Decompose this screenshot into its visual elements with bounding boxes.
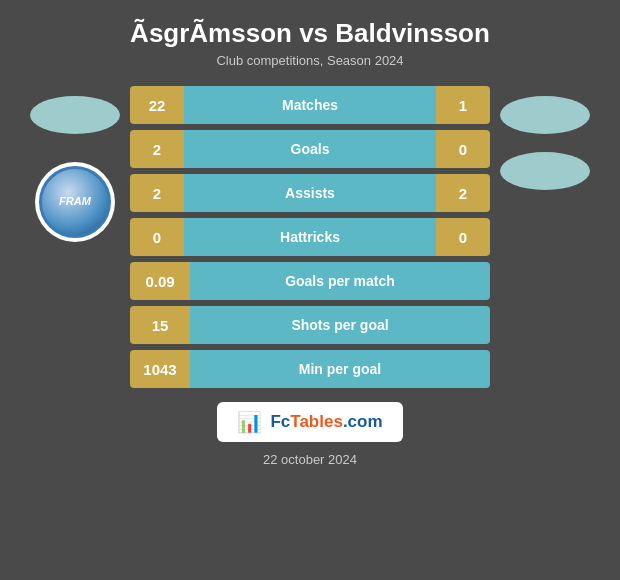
right-oval-top xyxy=(500,96,590,134)
fctables-logo: 📊 FcTables.com xyxy=(217,402,402,442)
right-oval-2 xyxy=(500,152,590,190)
footer-date: 22 october 2024 xyxy=(263,452,357,467)
fctables-text: FcTables.com xyxy=(270,412,382,432)
stat-row-matches: 22 Matches 1 xyxy=(130,86,490,124)
matches-right-val: 1 xyxy=(436,86,490,124)
min-per-goal-label: Min per goal xyxy=(190,350,490,388)
goals-per-match-label: Goals per match xyxy=(190,262,490,300)
fctables-icon: 📊 xyxy=(237,410,262,434)
team-logo: FRAM xyxy=(35,162,115,242)
goals-left-val: 2 xyxy=(130,130,184,168)
hattricks-label: Hattricks xyxy=(184,218,436,256)
assists-label: Assists xyxy=(184,174,436,212)
stat-row-min-per-goal: 1043 Min per goal xyxy=(130,350,490,388)
team-logo-inner: FRAM xyxy=(39,166,111,238)
goals-right-val: 0 xyxy=(436,130,490,168)
min-per-goal-val: 1043 xyxy=(130,350,190,388)
left-oval-top xyxy=(30,96,120,134)
assists-right-val: 2 xyxy=(436,174,490,212)
assists-left-val: 2 xyxy=(130,174,184,212)
goals-label: Goals xyxy=(184,130,436,168)
shots-per-goal-val: 15 xyxy=(130,306,190,344)
goals-per-match-val: 0.09 xyxy=(130,262,190,300)
stat-row-shots-per-goal: 15 Shots per goal xyxy=(130,306,490,344)
matches-label: Matches xyxy=(184,86,436,124)
stat-row-hattricks: 0 Hattricks 0 xyxy=(130,218,490,256)
stats-area: 22 Matches 1 2 Goals 0 2 Assists 2 0 Hat… xyxy=(130,86,490,388)
stat-row-goals-per-match: 0.09 Goals per match xyxy=(130,262,490,300)
page-title: ÃsgrÃmsson vs Baldvinsson xyxy=(130,18,490,49)
hattricks-right-val: 0 xyxy=(436,218,490,256)
stat-row-goals: 2 Goals 0 xyxy=(130,130,490,168)
subtitle: Club competitions, Season 2024 xyxy=(216,53,403,68)
shots-per-goal-label: Shots per goal xyxy=(190,306,490,344)
stat-row-assists: 2 Assists 2 xyxy=(130,174,490,212)
hattricks-left-val: 0 xyxy=(130,218,184,256)
matches-left-val: 22 xyxy=(130,86,184,124)
